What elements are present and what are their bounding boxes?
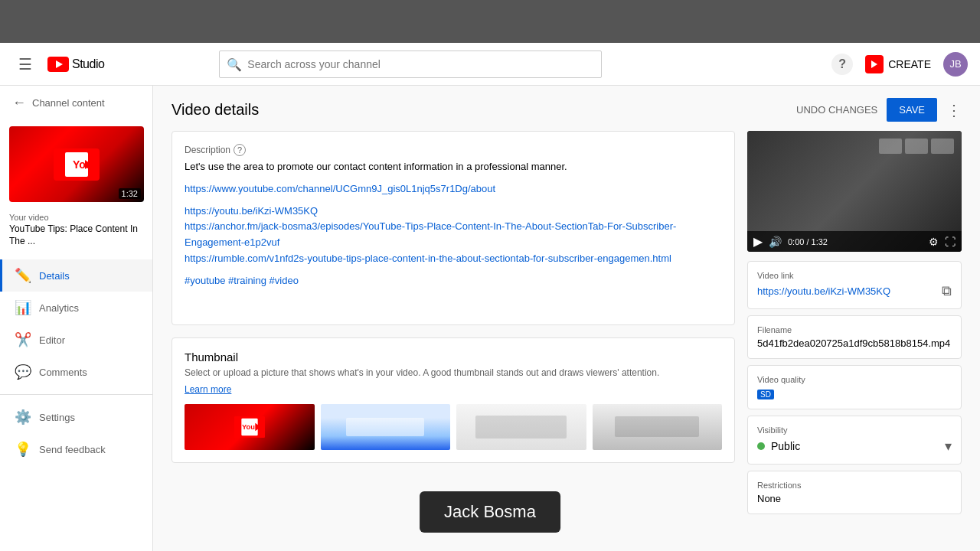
thumbnails-row: You	[185, 404, 722, 450]
two-column-layout: Description ? Let's use the area to prom…	[153, 131, 980, 539]
description-help-icon[interactable]: ?	[234, 144, 246, 156]
sidebar-item-settings[interactable]: ⚙️ Settings	[0, 401, 152, 433]
copy-icon[interactable]: ⧉	[942, 283, 952, 299]
restrictions-value: None	[757, 493, 952, 504]
volume-button[interactable]: 🔊	[769, 236, 782, 248]
desc-line-2: https://www.youtube.com/channel/UCGmn9J_…	[185, 181, 722, 197]
channel-content-label: Channel content	[32, 97, 105, 109]
video-link-row: https://youtu.be/iKzi-WM35KQ ⧉	[757, 283, 952, 299]
editor-icon: ✂️	[15, 331, 30, 348]
logo-area: Studio	[47, 57, 104, 72]
sidebar-nav: ✏️ Details 📊 Analytics ✂️ Editor 💬 Comme…	[0, 259, 152, 388]
video-player-card: ▶ 🔊 0:00 / 1:32 ⚙ ⛶	[747, 131, 962, 252]
visibility-card[interactable]: Visibility Public ▾	[747, 416, 962, 465]
blob-2	[905, 139, 928, 154]
desc-hashtags: #youtube #training #video	[185, 273, 722, 289]
player-area: ▶ 🔊 0:00 / 1:32 ⚙ ⛶	[747, 131, 962, 252]
thumbnail-description: Select or upload a picture that shows wh…	[185, 367, 722, 380]
visibility-select[interactable]: Public ▾	[757, 438, 952, 455]
thumbnail-option-2[interactable]	[321, 404, 451, 450]
search-icon: 🔍	[227, 57, 242, 71]
quality-badge: SD	[757, 390, 774, 399]
search-bar-container: 🔍	[219, 51, 602, 78]
filename-card: Filename 5d41fb2dea020725a1df9cb5818b815…	[747, 315, 962, 359]
avatar[interactable]: JB	[943, 52, 968, 77]
restrictions-label: Restrictions	[757, 481, 952, 490]
sidebar-item-feedback[interactable]: 💡 Send feedback	[0, 433, 152, 465]
thumbnail-option-1[interactable]: You	[185, 404, 315, 450]
video-info: Your video YouTube Tips: Place Content I…	[0, 208, 152, 253]
more-options-button[interactable]: ⋮	[946, 101, 962, 119]
sidebar-item-analytics[interactable]: 📊 Analytics	[0, 292, 152, 324]
left-column: Description ? Let's use the area to prom…	[172, 131, 735, 520]
help-icon[interactable]: ?	[831, 54, 853, 75]
hamburger-menu[interactable]: ☰	[12, 49, 38, 80]
thumb-yt-icon: You	[234, 416, 265, 438]
video-link-label: Video link	[757, 271, 952, 280]
main-layout: ← Channel content You 1:32 Your video Yo…	[0, 86, 980, 551]
youtube-icon	[47, 57, 69, 72]
header: ☰ Studio 🔍 ? CREATE JB	[0, 43, 980, 86]
content-header: Video details UNDO CHANGES SAVE ⋮	[153, 86, 980, 131]
video-link-card: Video link https://youtu.be/iKzi-WM35KQ …	[747, 261, 962, 309]
search-input[interactable]	[219, 51, 602, 78]
right-column: ▶ 🔊 0:00 / 1:32 ⚙ ⛶ Video link https://y…	[747, 131, 962, 520]
video-quality-card: Video quality SD	[747, 365, 962, 409]
create-video-icon	[865, 55, 884, 73]
description-card[interactable]: Description ? Let's use the area to prom…	[172, 131, 735, 325]
player-preview	[879, 139, 954, 154]
bottom-name-badge: Jack Bosma	[420, 491, 560, 533]
search-wrapper: 🔍	[219, 51, 602, 78]
video-quality-label: Video quality	[757, 375, 952, 384]
time-display: 0:00 / 1:32	[788, 237, 828, 246]
feedback-icon: 💡	[15, 441, 30, 458]
top-bar	[0, 0, 980, 43]
yt-logo-in-thumb: You	[54, 148, 100, 181]
restrictions-card: Restrictions None	[747, 471, 962, 514]
create-label: CREATE	[888, 58, 931, 70]
sidebar-label-analytics: Analytics	[39, 302, 79, 314]
sidebar-item-editor[interactable]: ✂️ Editor	[0, 324, 152, 356]
duration-badge: 1:32	[119, 188, 141, 199]
channel-content-nav[interactable]: ← Channel content	[0, 86, 152, 120]
video-title: YouTube Tips: Place Content In The ...	[9, 223, 143, 247]
sidebar-item-comments[interactable]: 💬 Comments	[0, 356, 152, 388]
sidebar-label-settings: Settings	[39, 412, 75, 423]
sidebar-label-comments: Comments	[39, 367, 87, 378]
video-link-value[interactable]: https://youtu.be/iKzi-WM35KQ	[757, 285, 890, 297]
sidebar-item-details[interactable]: ✏️ Details	[0, 259, 152, 292]
studio-logo-text: Studio	[72, 57, 104, 71]
header-right: ? CREATE JB	[831, 52, 968, 77]
visibility-label: Visibility	[757, 425, 952, 435]
comments-icon: 💬	[15, 364, 30, 380]
video-preview-card: You 1:32	[0, 120, 152, 208]
visibility-left: Public	[757, 440, 800, 452]
desc-line-3: https://youtu.be/iKzi-WM35KQ https://anc…	[185, 204, 722, 267]
details-icon: ✏️	[15, 267, 30, 284]
filename-label: Filename	[757, 325, 952, 334]
thumbnail-option-3[interactable]	[456, 404, 586, 450]
public-indicator-icon	[757, 442, 765, 450]
sidebar-label-editor: Editor	[39, 334, 65, 346]
visibility-dropdown-icon[interactable]: ▾	[945, 438, 952, 455]
create-button[interactable]: CREATE	[865, 55, 931, 73]
settings-icon: ⚙️	[15, 409, 30, 425]
thumbnail-card: Thumbnail Select or upload a picture tha…	[172, 337, 735, 463]
fullscreen-button[interactable]: ⛶	[945, 236, 956, 248]
back-arrow-icon: ←	[12, 95, 26, 111]
blob-1	[879, 139, 902, 154]
sidebar-label-details: Details	[39, 270, 70, 282]
play-button[interactable]: ▶	[753, 234, 763, 249]
player-controls: ▶ 🔊 0:00 / 1:32 ⚙ ⛶	[747, 231, 962, 252]
description-text[interactable]: Let's use the area to promote our contac…	[185, 159, 722, 312]
undo-changes-button[interactable]: UNDO CHANGES	[796, 104, 877, 116]
visibility-value: Public	[771, 440, 800, 452]
save-button[interactable]: SAVE	[887, 98, 937, 122]
settings-icon-player[interactable]: ⚙	[929, 236, 939, 248]
blob-3	[931, 139, 954, 154]
learn-more-link[interactable]: Learn more	[185, 384, 231, 395]
video-thumbnail: You 1:32	[9, 126, 144, 202]
desc-line-1: Let's use the area to promote our contac…	[185, 159, 722, 175]
thumbnail-option-4[interactable]	[593, 404, 723, 450]
thumbnail-title: Thumbnail	[185, 350, 722, 364]
